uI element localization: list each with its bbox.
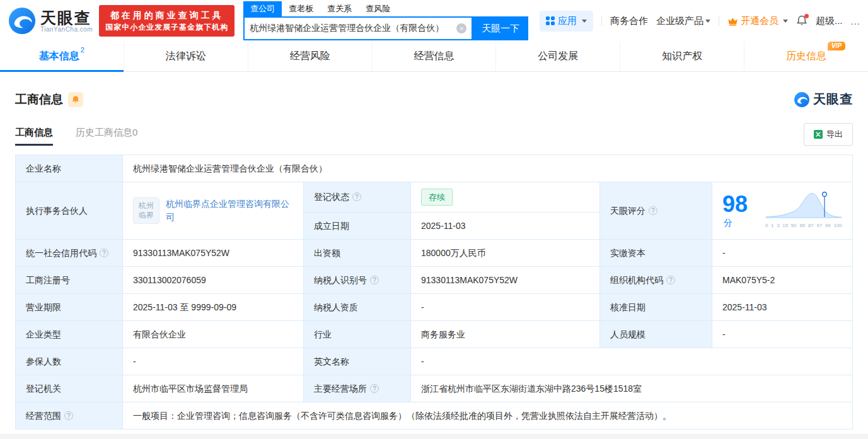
tab-operating-risk[interactable]: 经营风险 [248,42,373,71]
field-label-industry: 行业 [304,321,411,348]
field-value-business-scope: 一般项目：企业管理咨询；信息咨询服务（不含许可类信息咨询服务）（除依法须经批准的… [123,402,853,430]
tab-history-label: 历史信息 [786,50,826,61]
help-icon[interactable]: ? [64,411,73,420]
score-axis: 013155065879799100 [765,219,842,232]
field-value-company-type: 有限合伙企业 [123,321,304,348]
field-value-staff-size: - [712,321,853,348]
field-label-reg-status: 登记状态? [304,182,411,213]
field-value-taxpayer-quality: - [411,294,600,321]
help-icon[interactable]: ? [370,276,379,284]
search-tab-risk[interactable]: 查风险 [359,1,397,16]
search-input-wrap: × [243,16,473,40]
status-badge: 存续 [421,189,453,206]
help-icon[interactable]: ? [649,206,657,215]
brand-slogan: 都在用的商业查询工具 国家中小企业发展子基金旗下机构 [99,5,234,37]
export-label: 导出 [826,129,843,140]
search-input[interactable] [245,23,456,33]
logo-title: 天眼查 [40,9,93,26]
table-row: 经营范围? 一般项目：企业管理咨询；信息咨询服务（不含许可类信息咨询服务）（除依… [16,402,853,430]
logo-subtitle: TianYanCha.com [40,26,93,33]
field-label-taxpayer-quality: 纳税人资质 [304,294,411,321]
tianyancha-logo[interactable]: 天眼查 TianYanCha.com [8,6,93,35]
search-tab-boss[interactable]: 查老板 [282,1,320,16]
help-icon[interactable]: ? [100,249,108,257]
chevron-down-icon [582,20,587,23]
slogan-line2: 国家中小企业发展子基金旗下机构 [105,21,228,33]
tab-operating-info[interactable]: 经营信息 [373,42,497,71]
search-tab-company[interactable]: 查公司 [243,1,282,16]
company-section-tabs: 基本信息2 法律诉讼 经营风险 经营信息 公司发展 知识产权 历史信息 VIP [0,42,868,72]
nav-business-cooperation[interactable]: 商务合作 [610,15,648,27]
score-number: 98分 [722,192,755,230]
field-label-taxpayer-id: 纳税人识别号? [304,267,411,294]
table-row: 营业期限 2025-11-03 至 9999-09-09 纳税人资质 - 核准日… [16,294,853,321]
tab-basic-info-badge: 2 [81,46,84,54]
field-value-company-name: 杭州绿港智储企业运营管理合伙企业（有限合伙） [123,155,853,182]
business-info-table: 企业名称 杭州绿港智储企业运营管理合伙企业（有限合伙） 执行事务合伙人 杭州 临… [15,155,853,430]
field-value-taxpayer-id: 91330113MAK075Y52W [411,267,600,294]
field-label-reg-authority: 登记机关 [16,375,123,402]
tab-intellectual-property[interactable]: 知识产权 [620,42,744,71]
partner-company-logo[interactable]: 杭州 临界 [133,197,159,224]
field-label-executive-partner: 执行事务合伙人 [16,182,123,240]
subtab-history-business-info[interactable]: 历史工商信息0 [76,127,137,146]
bell-icon [71,95,80,104]
excel-icon [814,130,823,139]
tianyancha-logo-icon [794,91,810,108]
vip-badge: VIP [828,42,845,50]
field-label-establish-date: 成立日期 [304,213,411,240]
tab-company-development[interactable]: 公司发展 [496,42,620,71]
nav-enterprise-products[interactable]: 企业级产品 [656,15,710,27]
field-value-reg-number: 330113002076059 [123,267,304,294]
tianyancha-logo-icon [8,6,37,35]
field-label-staff-size: 人员规模 [600,321,712,348]
tab-history-info[interactable]: 历史信息 VIP [744,42,868,71]
clear-icon[interactable]: × [456,23,466,33]
field-label-approval-date: 核准日期 [600,294,712,321]
main-content: 工商信息 天眼查 工商信息 历史工商信息0 [0,91,868,430]
apps-menu[interactable]: 应用 [540,11,593,32]
tab-legal-proceedings[interactable]: 法律诉讼 [124,42,248,71]
partner-company-link[interactable]: 杭州临界点企业管理咨询有限公司 [166,197,293,224]
field-value-establish-date: 2025-11-03 [411,213,600,240]
field-value-insured-count: - [123,348,304,375]
monitor-bell-button[interactable] [68,92,83,107]
watermark-brand-name: 天眼查 [813,91,853,108]
notifications-bell[interactable] [796,15,807,26]
search-block: 查公司 查老板 查关系 查风险 × 天眼一下 [243,1,528,40]
tab-basic-info[interactable]: 基本信息2 [0,42,124,71]
nav-open-vip[interactable]: 开通会员 [727,15,788,27]
field-label-english-name: 英文名称 [304,348,411,375]
subtab-business-info[interactable]: 工商信息 [15,127,53,146]
export-button[interactable]: 导出 [804,123,853,146]
search-button[interactable]: 天眼一下 [473,16,528,40]
slogan-line1: 都在用的商业查询工具 [105,9,228,21]
crown-icon [727,16,738,26]
apps-grid-icon [546,16,555,25]
tab-basic-info-label: 基本信息 [39,51,79,62]
notification-dot [804,14,809,18]
more-menu[interactable]: ... [850,16,860,26]
field-label-paid-capital: 实缴资本 [600,240,712,267]
chevron-down-icon [705,20,710,23]
table-row: 企业名称 杭州绿港智储企业运营管理合伙企业（有限合伙） [16,155,853,182]
field-label-insured-count: 参保人数 [16,348,123,375]
table-row: 执行事务合伙人 杭州 临界 杭州临界点企业管理咨询有限公司 登记状态? 存续 [16,182,853,213]
field-label-credit-code: 统一社会信用代码? [16,240,123,267]
table-row: 参保人数 - 英文名称 - [16,348,853,375]
score-distribution-chart: 013155065879799100 [765,189,842,232]
table-row: 统一社会信用代码? 91330113MAK075Y52W 出资额 180000万… [16,240,853,267]
table-row: 登记机关 杭州市临平区市场监督管理局 主要经营场所? 浙江省杭州市临平区东湖街道… [16,375,853,402]
help-icon[interactable]: ? [666,276,675,284]
user-account[interactable]: 超级... [816,15,843,27]
search-tab-relation[interactable]: 查关系 [320,1,359,16]
help-icon[interactable]: ? [352,192,361,201]
field-value-business-site: 浙江省杭州市临平区东湖街道东湖中路236号15楼1518室 [411,375,853,402]
field-value-tyc-score: 98分 013155065879799100 [712,182,853,240]
help-icon[interactable]: ? [370,384,379,393]
search-row: × 天眼一下 [243,16,528,40]
field-value-reg-status: 存续 [411,182,600,213]
field-label-company-type: 企业类型 [16,321,123,348]
field-label-business-term: 营业期限 [16,294,123,321]
field-value-credit-code: 91330113MAK075Y52W [123,240,304,267]
